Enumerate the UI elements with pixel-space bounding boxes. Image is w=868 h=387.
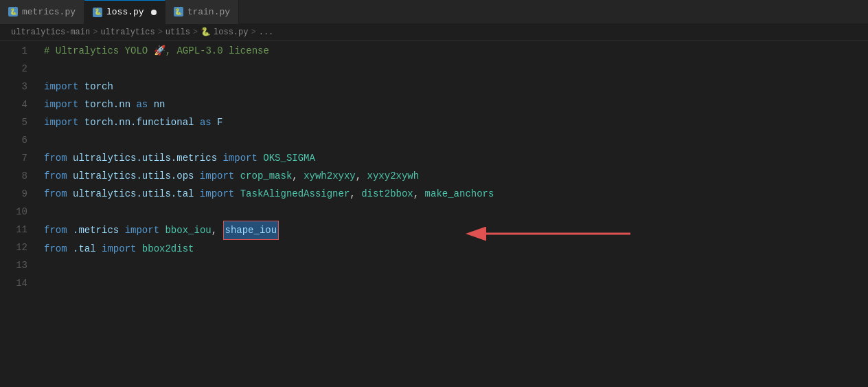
line8-import: import <box>200 167 234 185</box>
modified-dot <box>151 10 157 15</box>
breadcrumb: ultralytics-main > ultralytics > utils >… <box>0 24 868 41</box>
line11-from: from <box>44 221 67 239</box>
breadcrumb-part-2: ultralytics <box>100 27 155 37</box>
line9-import: import <box>200 185 234 203</box>
code-line-3: import torch <box>44 78 868 96</box>
line11-dotmetrics: .metrics <box>73 221 119 239</box>
breadcrumb-sep-2: > <box>158 27 163 37</box>
code-line-4: import torch.nn as nn <box>44 96 868 113</box>
tab-metrics[interactable]: 🐍 metrics.py <box>0 0 84 24</box>
breadcrumb-part-1: ultralytics-main <box>11 27 90 37</box>
breadcrumb-sep-4: > <box>251 27 255 37</box>
breadcrumb-sep-1: > <box>93 27 98 37</box>
line4-nn: nn <box>154 96 165 113</box>
line5-functional: torch.nn.functional <box>84 113 194 131</box>
line7-module: ultralytics.utils.metrics <box>73 149 217 167</box>
line4-import: import <box>44 96 78 113</box>
line8-xywh: xywh2xyxy <box>304 167 356 185</box>
line11-shape-iou-highlight: shape_iou <box>223 221 279 240</box>
code-line-10 <box>44 203 868 221</box>
line4-torchnn: torch.nn <box>84 96 130 113</box>
line8-module: ultralytics.utils.ops <box>73 167 194 185</box>
breadcrumb-py-icon: 🐍 <box>201 27 211 37</box>
code-line-12: from .tal import bbox2dist <box>44 240 868 258</box>
line3-import: import <box>44 78 78 96</box>
line3-torch: torch <box>84 78 113 96</box>
line9-module: ultralytics.utils.tal <box>73 185 194 203</box>
tab-train[interactable]: 🐍 train.py <box>165 0 239 24</box>
code-line-5: import torch.nn.functional as F <box>44 113 868 131</box>
line9-dist: dist2bbox <box>361 185 413 203</box>
line-numbers: 1 2 3 4 5 6 7 8 9 10 11 12 13 14 <box>0 41 33 387</box>
breadcrumb-part-3: utils <box>165 27 190 37</box>
line7-from: from <box>44 149 67 167</box>
line11-import: import <box>125 221 159 239</box>
line7-import: import <box>222 149 257 167</box>
breadcrumb-sep-3: > <box>193 27 198 37</box>
line9-task: TaskAlignedAssigner <box>240 185 350 203</box>
editor: 1 2 3 4 5 6 7 8 9 10 11 12 13 14 # Ultra… <box>0 41 868 387</box>
code-line-9: from ultralytics.utils.tal import TaskAl… <box>44 185 868 203</box>
line5-f: F <box>217 113 222 131</box>
code-line-8: from ultralytics.utils.ops import crop_m… <box>44 167 868 185</box>
tab-loss-label: loss.py <box>106 7 144 17</box>
tab-bar: 🐍 metrics.py 🐍 loss.py 🐍 train.py <box>0 0 868 24</box>
line9-from: from <box>44 185 67 203</box>
line12-bbox2dist: bbox2dist <box>142 240 194 258</box>
code-area: # Ultralytics YOLO 🚀, AGPL-3.0 license i… <box>33 41 868 387</box>
line12-import: import <box>102 240 136 258</box>
breadcrumb-part-5: ... <box>259 27 274 37</box>
code-line-14 <box>44 276 868 294</box>
line12-from: from <box>44 240 67 258</box>
line8-xyxy: xyxy2xywh <box>367 167 420 185</box>
code-line-11: from .metrics import bbox_iou , shape_io… <box>44 221 868 240</box>
line4-as: as <box>136 96 148 113</box>
line12-dottal: .tal <box>73 240 96 258</box>
line8-crop: crop_mask <box>240 167 293 185</box>
code-line-13 <box>44 258 868 276</box>
py-icon-metrics: 🐍 <box>8 7 18 16</box>
py-icon-loss: 🐍 <box>93 8 102 17</box>
breadcrumb-part-4: loss.py <box>214 27 248 37</box>
code-line-1: # Ultralytics YOLO 🚀, AGPL-3.0 license <box>44 42 868 60</box>
tab-train-label: train.py <box>187 7 230 17</box>
code-line-2 <box>44 60 868 78</box>
line11-bbox: bbox_iou <box>165 221 211 239</box>
line7-oks: OKS_SIGMA <box>263 149 315 167</box>
code-line-7: from ultralytics.utils.metrics import OK… <box>44 149 868 167</box>
line5-import: import <box>44 113 78 131</box>
line8-from: from <box>44 167 67 185</box>
py-icon-train: 🐍 <box>174 7 183 16</box>
line9-anchors: make_anchors <box>425 185 494 203</box>
code-line-6 <box>44 131 868 149</box>
line5-as: as <box>200 113 212 131</box>
line3-space <box>78 78 84 96</box>
tab-metrics-label: metrics.py <box>22 7 76 17</box>
tab-loss[interactable]: 🐍 loss.py <box>84 0 165 24</box>
line1-text: # Ultralytics YOLO 🚀, AGPL-3.0 license <box>44 42 269 60</box>
